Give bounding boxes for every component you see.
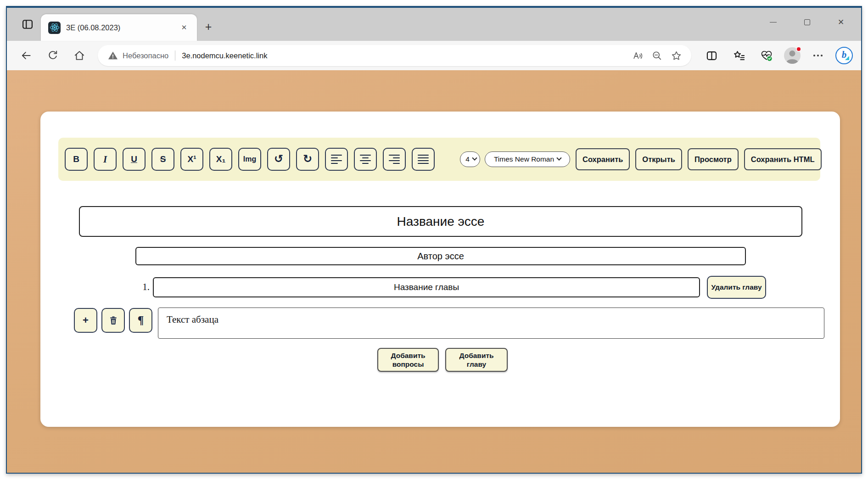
star-icon [671,50,682,62]
back-button[interactable] [16,45,36,66]
notification-dot [796,46,801,52]
browser-window: 3E (06.08.2023) ✕ + ✕ [6,6,862,474]
justify-button[interactable] [412,148,435,171]
chevron-down-icon [472,156,477,161]
split-screen-icon [706,50,718,62]
browser-tab[interactable]: 3E (06.08.2023) ✕ [41,14,197,41]
paragraph-text-input[interactable]: Текст абзаца [158,308,824,339]
chapter-number: 1. [131,281,150,293]
read-aloud-button[interactable] [628,45,647,66]
italic-button[interactable]: I [94,148,117,171]
font-family-select[interactable]: Times New Roman [485,151,570,167]
redo-icon: ↻ [303,152,312,165]
profile-button[interactable] [784,47,801,64]
favorite-star-button[interactable] [666,45,686,66]
favorites-list-button[interactable] [729,45,749,66]
add-chapter-button[interactable]: Добавить главу [445,348,508,372]
home-icon [73,50,85,62]
back-icon [20,50,32,62]
maximize-button[interactable] [797,14,817,30]
url-text: 3e.nodemcu.keenetic.link [182,51,267,60]
browser-essentials-button[interactable] [756,45,777,66]
essay-author-input[interactable] [135,247,746,265]
font-family-value: Times New Roman [494,155,554,163]
add-questions-button[interactable]: Добавить вопросы [377,348,439,372]
delete-paragraph-button[interactable] [101,308,125,333]
bing-icon: b [842,50,847,60]
read-aloud-icon [632,50,644,62]
address-divider [175,50,175,61]
chevron-down-icon [556,156,561,161]
settings-more-button[interactable] [808,45,828,66]
web-page: B I U S X¹ X₁ Img ↺ ↻ [7,70,861,473]
align-right-icon [389,155,400,164]
editor-toolbar: B I U S X¹ X₁ Img ↺ ↻ [58,138,820,181]
screen: 3E (06.08.2023) ✕ + ✕ [0,0,868,481]
browser-action-icons: b [701,45,853,66]
align-center-button[interactable] [354,148,377,171]
tab-actions-button[interactable] [17,15,38,34]
insecure-warning-icon [108,50,118,61]
zoom-out-icon [651,50,663,62]
redo-button[interactable]: ↻ [296,148,319,171]
save-button[interactable]: Сохранить [576,148,630,170]
window-controls: ✕ [763,14,851,30]
trash-icon [108,315,118,325]
undo-icon: ↺ [274,152,283,165]
react-favicon-icon [48,22,61,34]
undo-button[interactable]: ↺ [267,148,290,171]
favorites-list-icon [733,50,745,62]
insert-image-button[interactable]: Img [238,148,261,171]
new-tab-button[interactable]: + [201,19,216,34]
underline-button[interactable]: U [123,148,146,171]
align-left-button[interactable] [325,148,348,171]
tab-actions-icon [21,18,34,31]
font-size-select[interactable]: 4 [460,151,480,167]
minimize-button[interactable] [763,14,783,30]
align-center-icon [360,155,371,164]
browser-essentials-icon [760,49,773,62]
font-size-value: 4 [465,155,470,163]
minimize-icon [770,22,777,22]
delete-chapter-button[interactable]: Удалить главу [707,276,766,299]
tab-title: 3E (06.08.2023) [66,23,178,32]
nav-buttons [16,45,90,66]
subscript-button[interactable]: X₁ [209,148,232,171]
more-icon [813,55,823,56]
tab-strip: 3E (06.08.2023) ✕ + ✕ [7,8,861,41]
navigation-bar: Небезопасно 3e.nodemcu.keenetic.link [7,41,861,70]
align-right-button[interactable] [383,148,406,171]
maximize-icon [804,19,810,25]
refresh-button[interactable] [43,45,63,66]
address-bar[interactable]: Небезопасно 3e.nodemcu.keenetic.link [98,45,691,66]
add-paragraph-button[interactable]: + [74,308,97,333]
open-button[interactable]: Открыть [635,148,682,170]
chapter-title-input[interactable] [153,277,700,297]
strikethrough-button[interactable]: S [151,148,174,171]
paragraph-tools: + ¶ [74,308,152,333]
zoom-out-button[interactable] [647,45,666,66]
save-html-button[interactable]: Сохранить HTML [744,148,822,170]
essay-editor-card: B I U S X¹ X₁ Img ↺ ↻ [40,112,840,427]
pilcrow-button[interactable]: ¶ [129,308,152,333]
home-button[interactable] [69,45,90,66]
bing-chat-button[interactable]: b [835,47,853,64]
superscript-button[interactable]: X¹ [180,148,203,171]
close-tab-icon[interactable]: ✕ [178,21,190,34]
justify-icon [418,155,429,164]
bold-button[interactable]: B [65,148,88,171]
close-window-button[interactable]: ✕ [831,14,851,30]
align-left-icon [331,155,342,164]
preview-button[interactable]: Просмотр [688,148,739,170]
essay-title-input[interactable] [79,206,802,237]
refresh-icon [47,50,59,62]
security-label: Небезопасно [123,51,168,60]
split-screen-button[interactable] [701,45,722,66]
